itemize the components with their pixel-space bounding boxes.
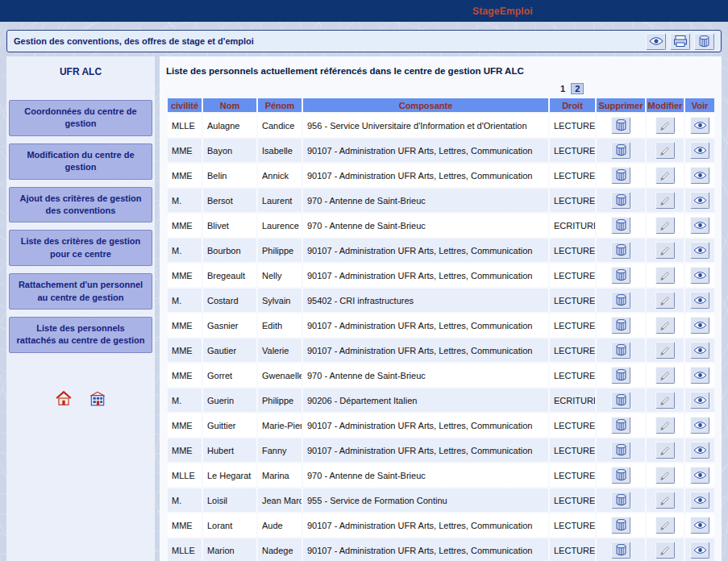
supprimer-button[interactable]	[611, 242, 630, 259]
eye-icon	[693, 196, 707, 205]
cell-voir	[685, 314, 714, 337]
sidebar-item-1[interactable]: Modification du centre de gestion	[9, 143, 152, 180]
supprimer-button[interactable]	[611, 517, 630, 534]
voir-button[interactable]	[690, 267, 709, 284]
page: Gestion des conventions, des offres de s…	[0, 22, 728, 561]
supprimer-button[interactable]	[611, 217, 630, 234]
supprimer-button[interactable]	[611, 142, 630, 159]
voir-button[interactable]	[690, 517, 709, 534]
modifier-button[interactable]	[655, 492, 675, 509]
sidebar-item-5[interactable]: Liste des personnels rattachés au centre…	[9, 317, 152, 353]
voir-button[interactable]	[690, 317, 709, 334]
modifier-button[interactable]	[655, 442, 675, 459]
cell-voir	[685, 339, 714, 362]
print-icon	[673, 35, 688, 48]
table-header-row: civilitéNomPénomComposanteDroitSupprimer…	[168, 98, 714, 112]
supprimer-button[interactable]	[611, 117, 630, 134]
sidebar-item-2[interactable]: Ajout des critères de gestion des conven…	[9, 187, 152, 223]
pencil-icon	[659, 445, 671, 456]
modifier-button[interactable]	[655, 367, 675, 384]
voir-button[interactable]	[690, 417, 709, 434]
sidebar-menu: Coordonnées du centre de gestionModifica…	[9, 100, 152, 353]
supprimer-button[interactable]	[611, 292, 630, 309]
voir-button[interactable]	[690, 292, 709, 309]
supprimer-button[interactable]	[611, 442, 630, 459]
cell-droit: LECTURE	[550, 463, 595, 487]
voir-button[interactable]	[690, 142, 709, 159]
cell-voir	[685, 189, 714, 212]
cell-modifier	[647, 364, 684, 387]
cell-modifier	[647, 239, 684, 262]
column-header-prenom: Pénom	[258, 98, 302, 112]
modifier-button[interactable]	[655, 317, 675, 334]
supprimer-button[interactable]	[611, 317, 630, 334]
supprimer-button[interactable]	[611, 267, 630, 284]
eye-icon	[693, 296, 707, 305]
modifier-button[interactable]	[655, 542, 675, 559]
voir-button[interactable]	[690, 367, 709, 384]
modifier-button[interactable]	[655, 242, 675, 259]
cell-prenom: Candice	[258, 114, 302, 137]
voir-button[interactable]	[690, 192, 709, 209]
cell-voir	[685, 139, 714, 162]
voir-button[interactable]	[690, 242, 709, 259]
cell-civilite: M.	[168, 189, 202, 212]
supprimer-button[interactable]	[611, 342, 630, 359]
voir-button[interactable]	[690, 467, 709, 484]
modifier-button[interactable]	[655, 192, 675, 209]
cell-composante: 90107 - Administration UFR Arts, Lettres…	[303, 264, 548, 287]
toolbar-view-button[interactable]	[646, 33, 666, 50]
eye-icon	[693, 346, 707, 355]
voir-button[interactable]	[690, 342, 709, 359]
building-icon[interactable]	[89, 390, 106, 406]
modifier-button[interactable]	[655, 467, 675, 484]
supprimer-button[interactable]	[611, 192, 630, 209]
voir-button[interactable]	[690, 392, 709, 409]
eye-icon	[649, 36, 664, 46]
cell-composante: 956 - Service Universitaire d'Informatio…	[303, 114, 548, 137]
modifier-button[interactable]	[655, 167, 675, 184]
modifier-button[interactable]	[655, 392, 675, 409]
modifier-button[interactable]	[655, 517, 675, 534]
modifier-button[interactable]	[655, 117, 675, 134]
eye-icon	[693, 521, 707, 530]
pencil-icon	[659, 120, 671, 131]
cell-modifier	[647, 463, 684, 487]
modifier-button[interactable]	[655, 142, 675, 159]
voir-button[interactable]	[690, 542, 709, 559]
supprimer-button[interactable]	[611, 167, 630, 184]
modifier-button[interactable]	[655, 267, 675, 284]
voir-button[interactable]	[690, 167, 709, 184]
sidebar-item-0[interactable]: Coordonnées du centre de gestion	[9, 100, 152, 136]
cell-composante: 970 - Antenne de Saint-Brieuc	[303, 364, 548, 387]
trash-icon	[616, 519, 626, 531]
supprimer-button[interactable]	[611, 417, 630, 434]
cell-nom: Bayon	[203, 139, 256, 162]
sidebar-footer	[9, 390, 152, 406]
toolbar-print-button[interactable]	[670, 33, 690, 50]
cell-supprimer	[597, 114, 645, 137]
pagination-page-link[interactable]: 2	[571, 83, 584, 94]
sidebar-item-4[interactable]: Rattachement d'un personnel au centre de…	[9, 273, 152, 310]
supprimer-button[interactable]	[611, 542, 630, 559]
modifier-button[interactable]	[655, 292, 675, 309]
cell-civilite: MME	[168, 513, 202, 537]
supprimer-button[interactable]	[611, 492, 630, 509]
modifier-button[interactable]	[655, 417, 675, 434]
modifier-button[interactable]	[655, 342, 675, 359]
supprimer-button[interactable]	[611, 467, 630, 484]
cell-composante: 970 - Antenne de Saint-Brieuc	[303, 214, 548, 237]
voir-button[interactable]	[690, 217, 709, 234]
modifier-button[interactable]	[655, 217, 675, 234]
supprimer-button[interactable]	[611, 367, 630, 384]
cell-composante: 90107 - Administration UFR Arts, Lettres…	[303, 538, 548, 561]
list-title: Liste des personnels actuellement référe…	[166, 66, 722, 76]
toolbar-delete-button[interactable]	[694, 33, 714, 50]
supprimer-button[interactable]	[611, 392, 630, 409]
cell-voir	[685, 488, 714, 512]
home-icon[interactable]	[55, 390, 73, 406]
sidebar-item-3[interactable]: Liste des critères de gestion pour ce ce…	[9, 230, 152, 266]
voir-button[interactable]	[690, 492, 709, 509]
voir-button[interactable]	[690, 117, 709, 134]
voir-button[interactable]	[690, 442, 709, 459]
